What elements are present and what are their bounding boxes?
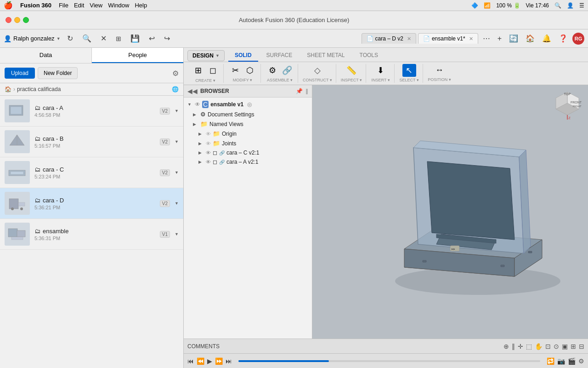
tab-sheet-metal[interactable]: SHEET METAL [300, 50, 351, 62]
orbit-icon[interactable]: ⊙ [554, 343, 559, 350]
user-avatar[interactable]: RG [572, 33, 584, 45]
app-name[interactable]: Fusion 360 [20, 2, 51, 9]
notification-icon[interactable]: ☰ [579, 2, 584, 9]
people-tab[interactable]: People [92, 48, 183, 63]
search-button[interactable]: 🔍 [79, 33, 94, 44]
cara-a-vis-icon[interactable]: 👁 [206, 159, 211, 165]
data-tab[interactable]: Data [0, 48, 92, 63]
environment-icon[interactable]: ⊟ [579, 343, 584, 350]
measure-button[interactable]: 📏 [345, 64, 358, 77]
menu-edit[interactable]: Edit [74, 2, 84, 9]
view-cube[interactable]: FRONT RIGHT TOP Z [551, 90, 583, 123]
apple-menu[interactable]: 🍎 [4, 1, 13, 10]
tree-document-settings[interactable]: ▶ ⚙ Document Settings [184, 109, 312, 119]
close-panel-button[interactable]: ✕ [98, 33, 109, 44]
position-button[interactable]: ↔ [432, 64, 446, 76]
home-breadcrumb-icon[interactable]: 🏠 [5, 86, 11, 92]
play-last-button[interactable]: ⏭ [226, 357, 232, 365]
loop-icon[interactable]: 🔁 [547, 357, 554, 365]
tree-cara-a[interactable]: ▶ 👁 ◻ 🔗 cara – A v2:1 [184, 157, 312, 167]
tree-joints[interactable]: ▶ 👁 📁 Joints [184, 138, 312, 148]
browser-pin-icon[interactable]: 📌 [296, 88, 303, 94]
origin-vis-icon[interactable]: 👁 [206, 131, 211, 137]
zoom-fit-icon[interactable]: ⊡ [545, 343, 551, 350]
file-save-button[interactable]: 💾 [128, 33, 142, 44]
select-button[interactable]: ↖ [402, 64, 416, 77]
tree-named-views[interactable]: ▶ 📁 Named Views [184, 119, 312, 129]
undo-button[interactable]: ↩ [146, 33, 158, 44]
home-button[interactable]: 🏠 [523, 33, 537, 44]
settings-icon[interactable]: ⚙ [172, 69, 179, 78]
tree-cara-c[interactable]: ▶ 👁 ◻ 🔗 cara – C v2:1 [184, 148, 312, 157]
tab-solid[interactable]: SOLID [228, 50, 258, 62]
close-window-button[interactable] [6, 17, 11, 23]
tab-ensamble[interactable]: 📄 ensamble v1* ✕ [418, 33, 478, 44]
play-prev-button[interactable]: ⏪ [197, 357, 204, 365]
new-tab-button[interactable]: + [495, 33, 504, 44]
menu-help[interactable]: Help [135, 2, 147, 9]
file-version-cara-c[interactable]: V2 [160, 169, 170, 176]
joints-vis-icon[interactable]: 👁 [206, 141, 211, 146]
menu-view[interactable]: View [90, 2, 102, 9]
file-item-cara-b[interactable]: 🗂 cara - B 5:16:57 PM V2 ▼ [0, 126, 183, 157]
file-item-cara-d[interactable]: 🗂 cara - D 5:36:21 PM V2 ▼ [0, 188, 183, 219]
file-version-cara-b[interactable]: V2 [160, 138, 170, 145]
file-item-ensamble[interactable]: 🗂 ensamble 5:36:31 PM V1 ▼ [0, 219, 183, 250]
box-tool-icon[interactable]: ⬚ [526, 343, 532, 350]
sync-button[interactable]: 🔄 [506, 33, 521, 44]
bell-button[interactable]: 🔔 [539, 33, 554, 44]
new-component-button[interactable]: ⚙ [266, 64, 279, 77]
globe-icon[interactable]: 🌐 [172, 86, 179, 92]
refresh-button[interactable]: ↻ [64, 33, 76, 44]
play-first-button[interactable]: ⏮ [187, 357, 194, 365]
close-tab-cara-d-icon[interactable]: ✕ [407, 36, 411, 42]
file-version-cara-d[interactable]: V2 [160, 200, 170, 207]
file-version-ensamble[interactable]: V1 [160, 231, 170, 238]
joint-button[interactable]: 🔗 [280, 64, 294, 77]
help-button[interactable]: ❓ [556, 33, 571, 44]
more-tabs-button[interactable]: ⋯ [480, 33, 493, 44]
profile-icon[interactable]: 👤 [567, 2, 574, 9]
extrude-button[interactable]: ◻ [206, 64, 220, 77]
tree-origin[interactable]: ▶ 👁 📁 Origin [184, 129, 312, 138]
file-version-cara-a[interactable]: V2 [160, 108, 170, 115]
create-sketch-button[interactable]: ⊞ [191, 64, 205, 77]
root-vis-icon[interactable]: 👁 [195, 101, 200, 108]
profile-label[interactable]: 👤 Ralph gonzalez ▼ [4, 35, 61, 42]
fullscreen-window-button[interactable] [23, 17, 29, 23]
settings-playback-icon[interactable]: ⚙ [578, 357, 584, 365]
design-mode-button[interactable]: DESIGN ▼ [187, 50, 225, 61]
file-item-cara-c[interactable]: 🗂 cara - C 5:23:24 PM V2 ▼ [0, 157, 183, 188]
fillet-button[interactable]: ⬡ [243, 64, 257, 77]
viewport[interactable]: FRONT RIGHT TOP Z [312, 85, 588, 339]
timeline[interactable] [238, 360, 540, 362]
grid-display-icon[interactable]: ⊞ [571, 343, 576, 350]
menu-window[interactable]: Window [108, 2, 129, 9]
play-play-button[interactable]: ▶ [207, 357, 212, 365]
new-folder-button[interactable]: New Folder [38, 67, 78, 79]
browser-more-icon[interactable]: ‖ [305, 88, 308, 94]
insert-button[interactable]: ⬇ [374, 64, 388, 77]
add-comment-icon[interactable]: ⊕ [503, 343, 509, 350]
tab-surface[interactable]: SURFACE [260, 50, 299, 62]
tree-root[interactable]: ▼ 👁 C ensamble v1 ◎ [184, 99, 312, 109]
camera-icon[interactable]: 📷 [557, 357, 565, 365]
cara-c-vis-icon[interactable]: 👁 [206, 150, 211, 155]
spotlight-icon[interactable]: 🔍 [554, 2, 561, 9]
play-next-button[interactable]: ⏩ [215, 357, 223, 365]
pan-tool-icon[interactable]: ✋ [535, 343, 543, 350]
grid-button[interactable]: ⊞ [113, 34, 124, 44]
display-icon[interactable]: ▣ [562, 343, 568, 350]
comment-settings-icon[interactable]: ‖ [512, 343, 515, 350]
menu-file[interactable]: File [59, 2, 68, 9]
file-item-cara-a[interactable]: 🗂 cara - A 4:56:58 PM V2 ▼ [0, 96, 183, 126]
upload-button[interactable]: Upload [5, 68, 35, 79]
tab-tools[interactable]: TOOLS [353, 50, 384, 62]
close-tab-ensamble-icon[interactable]: ✕ [469, 36, 473, 42]
collapse-browser-button[interactable]: ◀◀ [187, 87, 198, 95]
press-pull-button[interactable]: ✂ [228, 64, 242, 77]
construct-plane-button[interactable]: ◇ [311, 64, 324, 77]
film-icon[interactable]: 🎬 [568, 357, 576, 365]
minimize-window-button[interactable] [14, 17, 20, 23]
root-target-icon[interactable]: ◎ [247, 101, 252, 108]
